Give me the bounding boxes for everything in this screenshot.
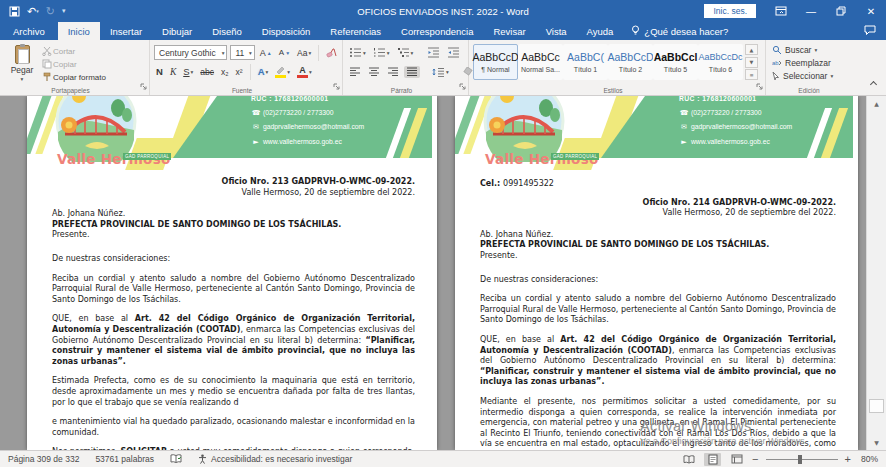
tab-insertar[interactable]: Insertar: [100, 22, 152, 40]
page-right[interactable]: RUC : 1768120600001 ☎ (02)2773220 / 2773…: [455, 96, 858, 450]
bullets-icon: [349, 47, 362, 58]
undo-icon[interactable]: ↶▾: [27, 5, 39, 18]
style-titulo-6[interactable]: AaBbCcDc Título 6: [698, 44, 743, 80]
cut-button[interactable]: Cortar: [40, 45, 108, 57]
word-count[interactable]: 53761 palabras: [95, 454, 154, 464]
tab-ayuda[interactable]: Ayuda: [577, 22, 624, 40]
scrollbar-thumb[interactable]: [869, 399, 884, 413]
line-spacing-button[interactable]: ▾: [430, 66, 451, 78]
scroll-down-icon[interactable]: ▼: [867, 435, 886, 450]
title-bar: OFICIOS ENVIADOS INST. 2022 - Word ↶▾ ↻ …: [0, 0, 886, 22]
styles-scroll-up-icon[interactable]: ▲: [745, 44, 758, 55]
copy-icon: [42, 59, 52, 69]
italic-button[interactable]: K: [168, 66, 178, 78]
text-effects-button[interactable]: A▾: [256, 65, 271, 78]
dialog-launcher-icon[interactable]: [333, 76, 340, 94]
superscript-button[interactable]: x²: [234, 66, 245, 78]
quick-access-toolbar: ↶▾ ↻ ▾: [0, 5, 65, 18]
zoom-level[interactable]: 80%: [861, 454, 878, 464]
document-canvas[interactable]: RUC : 1768120600001 ☎ (02)2773220 / 2773…: [0, 96, 886, 450]
group-portapapeles: Pegar ▾ Cortar Copiar Copiar formato Por…: [0, 40, 150, 95]
vertical-scrollbar[interactable]: ▲ ▼: [866, 96, 886, 450]
font-color-button[interactable]: A▾: [295, 65, 314, 79]
font-size-select[interactable]: 11▾: [230, 45, 254, 60]
zoom-in-icon[interactable]: +: [845, 455, 851, 464]
dialog-launcher-icon[interactable]: [140, 76, 147, 94]
tell-me-box[interactable]: ¿Qué desea hacer?: [623, 22, 736, 40]
align-right-button[interactable]: [385, 66, 401, 78]
numbering-button[interactable]: ▾: [371, 46, 392, 59]
dialog-launcher-icon[interactable]: [459, 76, 466, 94]
dialog-launcher-icon[interactable]: [756, 76, 763, 94]
bullets-button[interactable]: ▾: [347, 46, 368, 59]
collapse-ribbon-icon[interactable]: [871, 82, 878, 89]
highlight-color-button[interactable]: ▾: [273, 65, 292, 79]
ribbon-tab-bar: Archivo Inicio Insertar Dibujar Diseño D…: [0, 22, 886, 40]
letter-body[interactable]: Cel.: 0991495322 Oficio Nro. 214 GADPRVH…: [455, 179, 858, 450]
style-normal[interactable]: AaBbCcD ¶ Normal: [473, 44, 518, 80]
page-indicator[interactable]: Página 309 de 332: [8, 454, 79, 464]
tell-me-bulb-icon: [631, 25, 640, 38]
format-painter-button[interactable]: Copiar formato: [40, 71, 108, 83]
clear-formatting-button[interactable]: [324, 46, 339, 59]
align-left-button[interactable]: [347, 66, 363, 78]
change-case-button[interactable]: Aa▾: [295, 47, 313, 59]
style-titulo-2[interactable]: AaBbCcD Título 2: [608, 44, 653, 80]
redo-icon[interactable]: ↻: [46, 5, 55, 18]
tab-archivo[interactable]: Archivo: [0, 22, 58, 40]
multilevel-list-button[interactable]: ▾: [395, 46, 416, 59]
qat-customize-icon[interactable]: ▾: [62, 7, 66, 15]
sign-in-button[interactable]: Inic. ses.: [704, 4, 756, 18]
tab-dibujar[interactable]: Dibujar: [152, 22, 202, 40]
scroll-up-icon[interactable]: ▲: [867, 96, 886, 111]
proofing-status[interactable]: [170, 454, 182, 464]
justify-button[interactable]: [404, 66, 420, 78]
comment-icon[interactable]: [864, 25, 876, 38]
zoom-slider[interactable]: [766, 459, 838, 460]
page-left[interactable]: RUC : 1768120600001 ☎ (02)2773220 / 2773…: [27, 96, 437, 450]
styles-scroll-down-icon[interactable]: ▼: [745, 57, 758, 68]
restore-button[interactable]: [826, 0, 856, 22]
save-icon[interactable]: [9, 6, 20, 17]
decrease-indent-button[interactable]: [425, 46, 442, 59]
tab-disposicion[interactable]: Disposición: [252, 22, 321, 40]
grow-font-button[interactable]: A▲: [258, 47, 274, 59]
bold-button[interactable]: N: [154, 65, 165, 78]
view-read-mode-icon[interactable]: [680, 453, 697, 466]
shrink-font-button[interactable]: A▼: [277, 47, 292, 58]
letter-body[interactable]: Oficio Nro. 213 GADPRVH-O-WMC-09-2022. V…: [27, 177, 437, 450]
salutation: De nuestras consideraciones:: [480, 275, 836, 286]
tab-diseno[interactable]: Diseño: [202, 22, 252, 40]
style-titulo-1[interactable]: AaBbC( Título 1: [563, 44, 608, 80]
tab-revisar[interactable]: Revisar: [483, 22, 535, 40]
cursor-arrow-icon: [772, 71, 780, 81]
subscript-button[interactable]: x₂: [219, 66, 231, 78]
paste-button[interactable]: Pegar ▾: [4, 43, 40, 83]
font-name-select[interactable]: Century Gothic▾: [154, 45, 227, 60]
style-normal-sa[interactable]: AaBbCc Normal Sa...: [518, 44, 563, 80]
replace-button[interactable]: ab Reemplazar: [770, 56, 857, 69]
zoom-slider-thumb[interactable]: [798, 455, 802, 464]
underline-button[interactable]: S▾: [181, 65, 195, 78]
style-titulo-5[interactable]: AaBbCcl Título 5: [653, 44, 698, 80]
tab-inicio[interactable]: Inicio: [58, 22, 100, 40]
accessibility-status[interactable]: Accesibilidad: es necesario investigar: [198, 454, 352, 464]
increase-indent-button[interactable]: [445, 46, 462, 59]
find-button[interactable]: Buscar▾: [770, 43, 857, 56]
view-print-layout-icon[interactable]: [704, 453, 721, 466]
tab-referencias[interactable]: Referencias: [320, 22, 391, 40]
ribbon-display-options-icon[interactable]: [766, 0, 796, 22]
strikethrough-button[interactable]: abc: [198, 66, 216, 78]
scrollbar-track[interactable]: [867, 111, 886, 435]
tab-correspondencia[interactable]: Correspondencia: [391, 22, 483, 40]
paragraph: Nos permitimos, SOLICITAR a usted muy co…: [52, 447, 415, 450]
letterhead-email: ✉ gadprvallehermoso@hotmail.com: [679, 120, 792, 135]
zoom-out-icon[interactable]: −: [752, 455, 758, 464]
view-web-layout-icon[interactable]: [728, 453, 745, 466]
select-button[interactable]: Seleccionar▾: [770, 69, 857, 82]
minimize-button[interactable]: —: [796, 0, 826, 22]
close-button[interactable]: ✕: [856, 0, 886, 22]
copy-button[interactable]: Copiar: [40, 58, 108, 70]
align-center-button[interactable]: [366, 66, 382, 78]
tab-vista[interactable]: Vista: [536, 22, 577, 40]
